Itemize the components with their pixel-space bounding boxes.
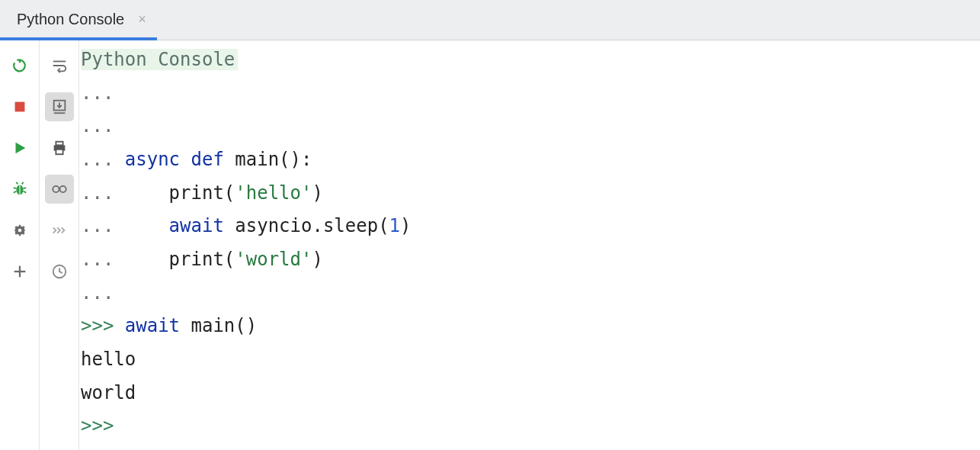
prompt-continuation: ... bbox=[81, 115, 114, 137]
code-text: print( bbox=[169, 182, 235, 204]
svg-point-18 bbox=[53, 186, 59, 192]
new-console-button[interactable] bbox=[5, 257, 34, 286]
svg-point-9 bbox=[18, 229, 21, 233]
prompt-input: >>> bbox=[81, 415, 125, 436]
console-output[interactable]: Python Console ... ... ... async def mai… bbox=[79, 40, 980, 450]
play-icon bbox=[11, 140, 28, 156]
keyword: await bbox=[125, 315, 180, 336]
main-area: Python Console ... ... ... async def mai… bbox=[0, 40, 980, 450]
queue-icon bbox=[51, 222, 68, 239]
scroll-down-icon bbox=[51, 98, 68, 115]
run-button[interactable] bbox=[5, 133, 34, 162]
code-text: main() bbox=[180, 315, 257, 336]
print-icon bbox=[51, 140, 68, 156]
code-text: ) bbox=[312, 249, 322, 270]
number-literal: 1 bbox=[389, 215, 400, 236]
tab-label: Python Console bbox=[17, 11, 124, 28]
soft-wrap-button[interactable] bbox=[45, 51, 74, 80]
gear-icon bbox=[11, 222, 28, 239]
debug-button[interactable] bbox=[5, 175, 34, 204]
history-button[interactable] bbox=[45, 257, 74, 286]
toolbar-secondary bbox=[40, 40, 79, 450]
keyword: async bbox=[125, 149, 180, 170]
prompt-continuation: ... bbox=[81, 82, 114, 104]
wrap-icon bbox=[51, 57, 68, 74]
stop-button[interactable] bbox=[5, 92, 34, 121]
settings-button[interactable] bbox=[5, 216, 34, 245]
close-icon[interactable]: × bbox=[138, 12, 146, 26]
scroll-to-end-button[interactable] bbox=[45, 92, 74, 121]
output-text: hello bbox=[81, 349, 136, 370]
bug-icon bbox=[11, 181, 28, 198]
show-variables-button[interactable] bbox=[45, 175, 74, 204]
code-text: ) bbox=[400, 215, 411, 236]
prompt-continuation: ... bbox=[81, 149, 125, 170]
output-text: world bbox=[81, 382, 136, 403]
code-text: asyncio.sleep( bbox=[224, 215, 389, 236]
print-button[interactable] bbox=[45, 133, 74, 162]
svg-rect-17 bbox=[56, 149, 62, 154]
prompt-continuation: ... bbox=[81, 249, 169, 270]
svg-rect-0 bbox=[14, 102, 24, 112]
code-text: main(): bbox=[224, 149, 312, 170]
prompt-continuation: ... bbox=[81, 182, 169, 204]
svg-line-4 bbox=[23, 188, 26, 188]
tab-python-console[interactable]: Python Console × bbox=[0, 1, 157, 40]
svg-line-6 bbox=[23, 191, 26, 193]
glasses-icon bbox=[51, 181, 68, 198]
svg-point-19 bbox=[59, 186, 66, 192]
command-queue-button[interactable] bbox=[45, 216, 74, 245]
keyword: def bbox=[191, 149, 224, 170]
string-literal: 'hello' bbox=[235, 182, 312, 204]
svg-line-8 bbox=[21, 182, 23, 185]
rerun-button[interactable] bbox=[5, 51, 34, 80]
prompt-continuation: ... bbox=[81, 282, 114, 304]
code-text: ) bbox=[312, 182, 322, 204]
keyword: await bbox=[169, 215, 224, 236]
history-icon bbox=[51, 263, 68, 280]
svg-line-7 bbox=[16, 182, 18, 185]
string-literal: 'world' bbox=[235, 249, 312, 270]
svg-line-5 bbox=[13, 191, 16, 193]
svg-line-3 bbox=[13, 188, 16, 188]
console-banner: Python Console bbox=[81, 49, 238, 70]
tab-bar: Python Console × bbox=[0, 0, 980, 40]
code-text: print( bbox=[169, 249, 235, 270]
plus-icon bbox=[11, 263, 28, 280]
prompt-continuation: ... bbox=[81, 215, 169, 236]
toolbar-primary bbox=[0, 40, 40, 450]
rerun-icon bbox=[11, 57, 28, 74]
prompt-input: >>> bbox=[81, 315, 125, 336]
svg-rect-15 bbox=[56, 142, 62, 146]
stop-icon bbox=[11, 98, 28, 115]
